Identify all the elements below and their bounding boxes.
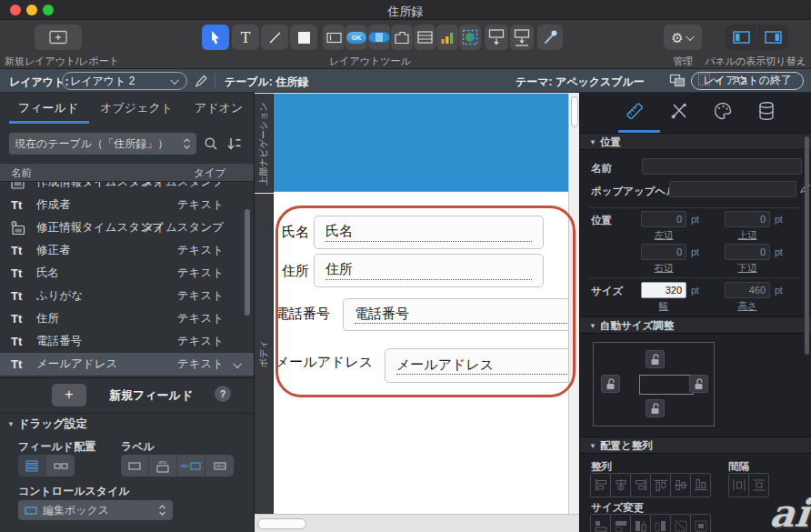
align-top-button[interactable]: [650, 473, 671, 497]
field-row[interactable]: Tt 修正者 テキスト: [0, 239, 255, 262]
field-row[interactable]: Tt 氏名 テキスト: [0, 262, 255, 285]
resize-largest-width-button[interactable]: [610, 514, 631, 532]
top-navigation-part[interactable]: [274, 94, 568, 192]
size-width-input[interactable]: [641, 282, 686, 298]
distribute-horizontal-button[interactable]: [728, 473, 749, 497]
position-left-input[interactable]: [641, 211, 686, 227]
format-painter-tool[interactable]: [537, 25, 563, 50]
placement-stacked-button[interactable]: [18, 455, 46, 477]
exit-layout-button[interactable]: レイアウトの終了: [691, 72, 804, 90]
portal-tool[interactable]: [414, 25, 436, 50]
part-label-top-navigation[interactable]: 上部ナビゲーション: [255, 94, 274, 193]
tab-styles-palette[interactable]: [712, 100, 734, 122]
web-viewer-tool[interactable]: [459, 25, 481, 50]
field-tool[interactable]: [323, 25, 345, 50]
manage-button[interactable]: ⚙: [664, 25, 702, 50]
align-center-button[interactable]: [610, 473, 631, 497]
layout-page[interactable]: 氏名 氏名 住所 住所 電話番号 電話番号 メールアドレス メールアドレス: [274, 94, 568, 514]
field-row[interactable]: 修正情報タイムスタンプ タイムスタンプ: [0, 216, 255, 239]
select-tool[interactable]: [202, 25, 229, 50]
field-list-scrollbar[interactable]: [245, 209, 250, 316]
spacing-buttons: [728, 473, 768, 497]
drag-settings-header[interactable]: ▼ドラッグ設定: [7, 417, 87, 432]
tab-data-inspector[interactable]: [756, 100, 777, 122]
label-above-button[interactable]: abc: [149, 455, 177, 477]
row-options-chevron-icon[interactable]: [235, 358, 242, 371]
new-field-button[interactable]: +: [52, 384, 86, 407]
toggle-right-panel-button[interactable]: [757, 25, 788, 50]
align-middle-button[interactable]: [670, 473, 691, 497]
canvas-field-label[interactable]: 電話番号: [275, 306, 330, 323]
position-right-input[interactable]: [641, 244, 686, 260]
size-height-input[interactable]: [725, 282, 770, 298]
resize-both-smallest-button[interactable]: [670, 514, 691, 532]
canvas-horizontal-scrollbar[interactable]: [255, 514, 579, 532]
label-inside-button[interactable]: abc: [205, 455, 234, 477]
help-button[interactable]: ?: [215, 386, 231, 402]
control-style-selector[interactable]: 編集ボックス: [18, 500, 173, 520]
section-autosize[interactable]: ▼自動サイズ調整: [580, 316, 811, 334]
align-right-button[interactable]: [630, 473, 651, 497]
field-row[interactable]: 作成情報タイムスタンプ タイムスタンプ: [0, 182, 255, 194]
button-tool[interactable]: OK: [345, 25, 367, 50]
autosize-lock-right-button[interactable]: [689, 375, 708, 393]
tab-appearance-tools[interactable]: [668, 100, 690, 122]
new-layout-button[interactable]: [35, 25, 82, 50]
autosize-lock-left-button[interactable]: [601, 375, 620, 393]
canvas-field-label[interactable]: 氏名: [282, 224, 309, 241]
align-bottom-button[interactable]: [690, 473, 711, 497]
resize-largest-height-button[interactable]: [650, 514, 671, 532]
section-arrange[interactable]: ▼配置と整列: [580, 437, 811, 454]
line-tool[interactable]: [261, 25, 288, 50]
search-icon[interactable]: [204, 136, 218, 151]
edit-layout-pencil-icon[interactable]: [194, 74, 208, 88]
canvas-field-label[interactable]: メールアドレス: [275, 354, 373, 371]
chart-tool[interactable]: [436, 25, 458, 50]
tab-objects[interactable]: オブジェクト: [100, 100, 173, 116]
resize-smallest-width-button[interactable]: [590, 514, 611, 532]
toggle-left-panel-button[interactable]: [726, 25, 756, 50]
field-drag-button[interactable]: [485, 25, 508, 50]
layout-selector[interactable]: レイアウト 2: [62, 72, 187, 90]
tab-addons[interactable]: アドオン: [195, 100, 243, 116]
position-bottom-input[interactable]: [725, 244, 770, 260]
label-none-button[interactable]: [121, 455, 149, 477]
field-row[interactable]: Tt 住所 テキスト: [0, 307, 255, 330]
table-selector[interactable]: 現在のテーブル（「住所録」）: [9, 133, 196, 155]
canvas-field-box[interactable]: 電話番号: [343, 298, 568, 331]
canvas-field-box[interactable]: 氏名: [314, 216, 544, 249]
popup-help-input[interactable]: [669, 181, 796, 197]
scrollbar-thumb[interactable]: [571, 96, 578, 127]
resize-both-largest-button[interactable]: [690, 514, 711, 532]
placement-horizontal-button[interactable]: [46, 455, 75, 477]
inspector-scrollbar[interactable]: [805, 136, 809, 355]
field-row-selected[interactable]: Tt メールアドレス テキスト: [0, 353, 255, 376]
canvas-field-label[interactable]: 住所: [282, 263, 309, 280]
position-top-input[interactable]: [725, 211, 770, 227]
tab-control-tool[interactable]: [391, 25, 413, 50]
label-left-button[interactable]: abc: [177, 455, 205, 477]
name-input[interactable]: [642, 158, 802, 175]
part-label-body[interactable]: ボディ: [255, 194, 274, 514]
rectangle-tool[interactable]: [290, 25, 317, 50]
tab-position-inspector[interactable]: [624, 100, 646, 122]
autosize-lock-top-button[interactable]: [646, 350, 665, 368]
distribute-vertical-button[interactable]: [748, 473, 769, 497]
align-left-button[interactable]: [590, 473, 611, 497]
canvas-vertical-scrollbar[interactable]: [568, 94, 579, 514]
field-row[interactable]: Tt 作成者 テキスト: [0, 194, 255, 216]
text-tool[interactable]: T: [232, 25, 259, 50]
canvas-field-box[interactable]: 住所: [314, 254, 544, 287]
part-drag-button[interactable]: [510, 25, 534, 50]
scrollbar-thumb[interactable]: [257, 518, 306, 529]
button-bar-tool[interactable]: [368, 25, 390, 50]
canvas-field-box[interactable]: メールアドレス: [385, 348, 568, 383]
field-row[interactable]: Tt ふりがな テキスト: [0, 285, 255, 307]
autosize-lock-bottom-button[interactable]: [646, 399, 665, 417]
resize-smallest-height-button[interactable]: [630, 514, 651, 532]
theme-swatches-icon[interactable]: [669, 74, 687, 88]
field-row[interactable]: Tt 電話番号 テキスト: [0, 330, 255, 353]
tab-fields[interactable]: フィールド: [18, 100, 78, 116]
section-position[interactable]: ▼位置: [580, 133, 811, 150]
sort-az-icon[interactable]: [226, 136, 243, 151]
